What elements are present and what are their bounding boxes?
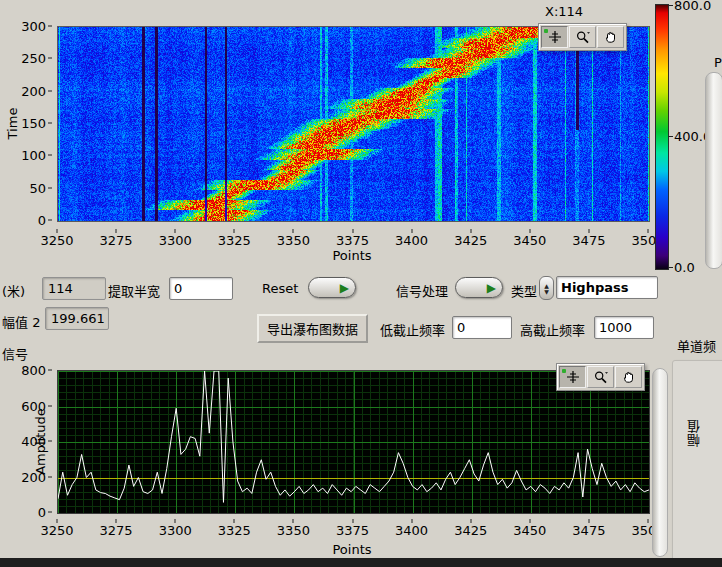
high-cutoff-input[interactable]: 1000 bbox=[594, 316, 654, 339]
colorbar-tick-mid bbox=[668, 136, 673, 137]
graph-palette-top bbox=[538, 23, 627, 51]
colorbar-max-label: 800.0 bbox=[674, 0, 711, 13]
bottom-x-axis-title: Points bbox=[332, 542, 371, 557]
clipped-right-label-p: P bbox=[714, 55, 722, 70]
pan-tool-button-bottom[interactable] bbox=[615, 366, 642, 388]
single-channel-section-label: 单道频 bbox=[677, 336, 722, 355]
y-tick-label: 50 bbox=[29, 180, 46, 195]
high-cutoff-label: 高截止频率 bbox=[520, 320, 585, 339]
x-tick-label: 3275 bbox=[100, 523, 133, 538]
export-waterfall-button[interactable]: 导出瀑布图数据 bbox=[257, 314, 368, 343]
graph-palette-bottom bbox=[556, 363, 645, 391]
colorbar-min-label: 0.0 bbox=[674, 260, 695, 275]
x-tick-label: 3375 bbox=[336, 233, 369, 248]
y-tick-label: 150 bbox=[21, 116, 46, 131]
cursor-tool-led bbox=[544, 29, 548, 33]
x-tick-label: 3250 bbox=[40, 523, 73, 538]
y-tick-label: 0 bbox=[38, 505, 46, 520]
x-tick-label: 3400 bbox=[395, 233, 428, 248]
pan-tool-button[interactable] bbox=[597, 26, 624, 48]
x-tick-label: 3475 bbox=[572, 523, 605, 538]
spinner-up-icon: ▲ bbox=[544, 283, 549, 288]
y-tick-label: 100 bbox=[21, 148, 46, 163]
y-tick-mark bbox=[48, 26, 52, 27]
top-x-axis-title: Points bbox=[332, 248, 371, 263]
low-cutoff-input[interactable]: 0 bbox=[452, 316, 512, 339]
signal-processing-label: 信号处理 bbox=[396, 281, 448, 300]
reset-button[interactable]: ▶ bbox=[308, 277, 356, 298]
x-tick-label: 3275 bbox=[100, 233, 133, 248]
reset-arrow-icon: ▶ bbox=[340, 282, 349, 294]
y-tick-label: 0 bbox=[38, 213, 46, 228]
amplitude2-label: 幅值 2 bbox=[2, 312, 40, 331]
x-tick-label: 3400 bbox=[395, 523, 428, 538]
signal-processing-toggle[interactable]: ▶ bbox=[455, 277, 503, 298]
meters-label: (米) bbox=[2, 281, 25, 300]
x-tick-label: 3375 bbox=[336, 523, 369, 538]
signal-section-label: 信号 bbox=[2, 344, 28, 363]
type-spinner[interactable]: ▲ ▼ bbox=[539, 276, 554, 300]
magnifier-icon bbox=[575, 30, 591, 44]
half-width-label: 提取半宽 bbox=[108, 281, 160, 300]
y-tick-mark bbox=[48, 220, 52, 221]
vertical-slider-track[interactable] bbox=[705, 72, 722, 269]
x-tick-label: 3300 bbox=[159, 233, 192, 248]
y-tick-label: 400 bbox=[21, 434, 46, 449]
x-tick-label: 3475 bbox=[572, 233, 605, 248]
x-tick-label: 3325 bbox=[218, 233, 251, 248]
zoom-tool-button-bottom[interactable] bbox=[587, 366, 614, 388]
amplitude2-value-box[interactable]: 199.661 bbox=[45, 307, 109, 330]
y-tick-mark bbox=[48, 58, 52, 59]
x-tick-label: 3325 bbox=[218, 523, 251, 538]
y-tick-mark bbox=[48, 441, 52, 442]
y-tick-mark bbox=[48, 476, 52, 477]
colorbar-tick-max bbox=[668, 5, 673, 6]
cursor-tool-led-bottom bbox=[562, 369, 566, 373]
labview-front-panel: X:114 Time 300250200150100500 3250327533… bbox=[0, 0, 722, 567]
y-tick-label: 250 bbox=[21, 51, 46, 66]
y-tick-mark bbox=[48, 123, 52, 124]
waterfall-intensity-graph[interactable] bbox=[57, 26, 650, 222]
x-tick-label: 3350 bbox=[277, 523, 310, 538]
top-y-tick-labels: 300250200150100500 bbox=[0, 26, 52, 220]
spinner-down-icon: ▼ bbox=[544, 289, 549, 294]
cursor-tool-button[interactable] bbox=[541, 26, 568, 48]
signal-waveform-graph[interactable] bbox=[57, 370, 650, 514]
half-width-input[interactable]: 0 bbox=[169, 277, 233, 300]
window-bottom-edge bbox=[0, 558, 722, 567]
y-tick-label: 200 bbox=[21, 83, 46, 98]
hand-icon bbox=[603, 30, 619, 44]
x-tick-label: 3450 bbox=[513, 233, 546, 248]
y-tick-label: 200 bbox=[21, 469, 46, 484]
x-tick-label: 3425 bbox=[454, 523, 487, 538]
cursor-tool-button-bottom[interactable] bbox=[559, 366, 586, 388]
reset-label: Reset bbox=[262, 281, 298, 296]
zoom-tool-button[interactable] bbox=[569, 26, 596, 48]
y-tick-mark bbox=[48, 155, 52, 156]
crosshair-icon bbox=[547, 30, 563, 44]
bottom-y-tick-labels: 8006004002000 bbox=[0, 370, 52, 512]
color-scale bbox=[655, 4, 669, 270]
y-tick-label: 800 bbox=[21, 363, 46, 378]
single-channel-panel: 幅值 bbox=[672, 360, 722, 562]
signal-processing-arrow-icon: ▶ bbox=[487, 282, 496, 294]
meters-value-box[interactable]: 114 bbox=[42, 277, 106, 300]
x-tick-label: 3425 bbox=[454, 233, 487, 248]
x-tick-label: 3300 bbox=[159, 523, 192, 538]
bottom-x-tick-labels: 3250327533003325335033753400342534503475… bbox=[57, 519, 648, 535]
x-tick-label: 3250 bbox=[40, 233, 73, 248]
y-tick-label: 300 bbox=[21, 19, 46, 34]
y-tick-label: 600 bbox=[21, 398, 46, 413]
type-dropdown[interactable]: Highpass bbox=[556, 276, 658, 299]
top-x-tick-labels: 3250327533003325335033753400342534503475… bbox=[57, 229, 648, 245]
single-channel-rotated-axis-label: 幅值 bbox=[685, 419, 704, 447]
low-cutoff-label: 低截止频率 bbox=[380, 320, 445, 339]
y-tick-mark bbox=[48, 512, 52, 513]
colorbar-tick-min bbox=[668, 267, 673, 268]
magnifier-icon bbox=[593, 370, 609, 384]
hand-icon bbox=[621, 370, 637, 384]
y-tick-mark bbox=[48, 90, 52, 91]
y-tick-mark bbox=[48, 370, 52, 371]
vertical-bar-right bbox=[652, 368, 668, 557]
crosshair-icon bbox=[565, 370, 581, 384]
